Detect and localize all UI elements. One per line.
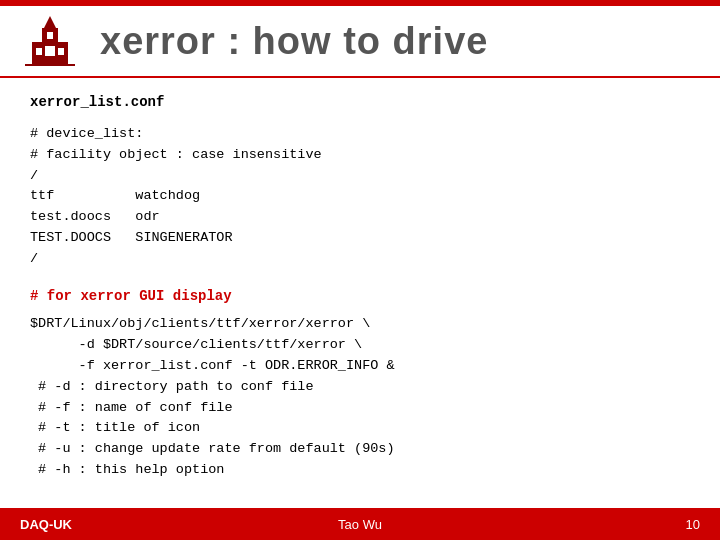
main-content: xerror_list.conf # device_list: # facili… (0, 78, 720, 491)
university-logo (20, 14, 80, 69)
code-block-1: # device_list: # facility object : case … (30, 124, 690, 270)
code-block-2: $DRT/Linux/obj/clients/ttf/xerror/xerror… (30, 314, 690, 481)
footer-left: DAQ-UK (20, 517, 72, 532)
svg-rect-3 (36, 48, 42, 55)
svg-rect-5 (45, 46, 55, 56)
footer-center: Tao Wu (338, 517, 382, 532)
svg-marker-2 (44, 16, 56, 28)
svg-rect-4 (58, 48, 64, 55)
footer: DAQ-UK Tao Wu 10 (0, 508, 720, 540)
header: xerror : how to drive (0, 6, 720, 78)
page-title: xerror : how to drive (100, 20, 488, 63)
section-label: # for xerror GUI display (30, 286, 690, 308)
svg-rect-7 (25, 64, 75, 66)
footer-right: 10 (686, 517, 700, 532)
file-label: xerror_list.conf (30, 92, 690, 114)
svg-rect-6 (47, 32, 53, 39)
